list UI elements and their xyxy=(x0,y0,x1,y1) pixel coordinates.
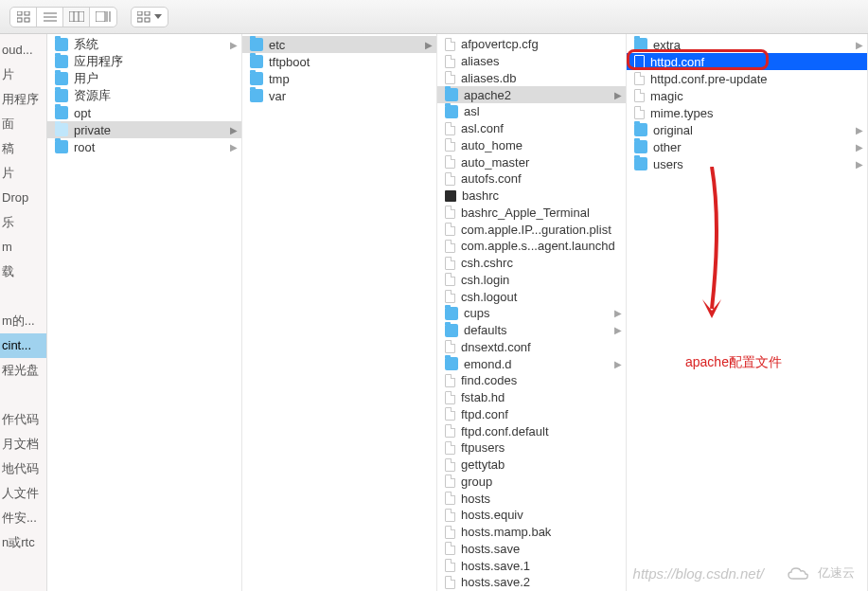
file-row[interactable]: hosts.save xyxy=(437,541,626,558)
list-view-button[interactable] xyxy=(37,8,63,27)
file-row[interactable]: gettytab xyxy=(437,457,626,474)
file-row[interactable]: mime.types xyxy=(627,104,867,121)
file-row[interactable]: group xyxy=(437,474,626,491)
file-row[interactable]: httpd.conf xyxy=(627,53,867,70)
sidebar-item[interactable]: Drop xyxy=(0,186,46,210)
file-row[interactable]: com.apple.IP...guration.plist xyxy=(437,221,626,238)
row-label: gettytab xyxy=(461,457,622,472)
row-label: bashrc_Apple_Terminal xyxy=(461,206,622,220)
sidebar-item[interactable]: 稿 xyxy=(0,136,46,161)
folder-row[interactable]: root▶ xyxy=(47,138,241,155)
arrange-dropdown[interactable] xyxy=(131,7,168,27)
row-label: auto_master xyxy=(461,155,622,170)
file-row[interactable]: aliases xyxy=(437,53,626,70)
folder-row[interactable]: defaults▶ xyxy=(437,322,626,339)
folder-row[interactable]: users▶ xyxy=(627,155,867,172)
file-row[interactable]: csh.cshrc xyxy=(437,255,626,272)
sidebar-item[interactable]: 人文件 xyxy=(0,481,46,506)
file-row[interactable]: auto_master xyxy=(437,153,626,170)
folder-row[interactable]: 应用程序 xyxy=(47,53,241,70)
sidebar-item[interactable]: 片 xyxy=(0,161,46,186)
file-row[interactable]: afpovertcp.cfg xyxy=(437,36,626,53)
sidebar-item[interactable] xyxy=(0,284,46,309)
file-row[interactable]: fstab.hd xyxy=(437,389,626,406)
file-row[interactable]: bashrc_Apple_Terminal xyxy=(437,205,626,222)
folder-row[interactable]: apache2▶ xyxy=(437,86,626,103)
svg-rect-3 xyxy=(25,18,29,22)
file-row[interactable]: bashrc xyxy=(437,188,626,205)
file-row[interactable]: dnsextd.conf xyxy=(437,339,626,356)
chevron-right-icon: ▶ xyxy=(614,90,622,100)
file-row[interactable]: csh.login xyxy=(437,272,626,289)
file-row[interactable]: asl.conf xyxy=(437,120,626,137)
folder-row[interactable]: other▶ xyxy=(627,138,867,155)
folder-row[interactable]: var xyxy=(242,87,436,104)
file-icon xyxy=(445,240,455,253)
file-row[interactable]: ftpusers xyxy=(437,439,626,457)
chevron-right-icon: ▶ xyxy=(230,142,238,152)
file-row[interactable]: auto_home xyxy=(437,137,626,154)
sidebar-item[interactable]: 月文档 xyxy=(0,432,46,457)
file-icon xyxy=(445,542,455,555)
folder-row[interactable]: etc▶ xyxy=(242,36,436,53)
sidebar-item[interactable]: cint... xyxy=(0,333,46,358)
gallery-view-button[interactable] xyxy=(90,8,116,27)
file-row[interactable]: hosts.mamp.bak xyxy=(437,524,626,541)
row-label: etc xyxy=(269,38,419,52)
file-row[interactable]: httpd.conf.pre-update xyxy=(627,70,867,87)
sidebar-item[interactable] xyxy=(0,383,46,407)
sidebar-item[interactable]: 载 xyxy=(0,260,46,284)
sidebar-item[interactable] xyxy=(0,555,46,580)
chevron-right-icon: ▶ xyxy=(856,159,863,170)
file-row[interactable]: hosts.save.2 xyxy=(437,574,626,591)
row-label: other xyxy=(653,140,850,154)
folder-row[interactable]: opt xyxy=(47,104,241,121)
folder-row[interactable]: tmp xyxy=(242,70,436,87)
file-row[interactable]: ftpd.conf xyxy=(437,406,626,423)
file-row[interactable]: com.apple.s...agent.launchd xyxy=(437,238,626,255)
row-label: com.apple.s...agent.launchd xyxy=(461,239,622,253)
row-label: 用户 xyxy=(74,70,238,87)
svg-rect-1 xyxy=(25,11,29,15)
file-row[interactable]: ftpd.conf.default xyxy=(437,422,626,439)
file-icon xyxy=(445,172,455,186)
sidebar-item[interactable]: 程光盘 xyxy=(0,358,46,383)
file-row[interactable]: hosts xyxy=(437,490,626,507)
folder-row[interactable]: 资源库 xyxy=(47,87,241,104)
folder-row[interactable]: 用户 xyxy=(47,70,241,87)
row-label: hosts xyxy=(461,492,622,506)
file-row[interactable]: magic xyxy=(627,87,867,104)
folder-row[interactable]: private▶ xyxy=(47,121,241,138)
folder-row[interactable]: original▶ xyxy=(627,121,867,138)
folder-row[interactable]: asl xyxy=(437,103,626,120)
folder-row[interactable]: 系统▶ xyxy=(47,36,241,53)
sidebar-item[interactable]: 件安... xyxy=(0,506,46,530)
file-row[interactable]: hosts.save.1 xyxy=(437,557,626,574)
folder-row[interactable]: cups▶ xyxy=(437,305,626,322)
icon-view-button[interactable] xyxy=(10,8,37,27)
sidebar-item[interactable]: 面 xyxy=(0,112,46,136)
sidebar-item[interactable]: 地代码 xyxy=(0,457,46,481)
sidebar-item[interactable]: m xyxy=(0,235,46,260)
file-row[interactable]: csh.logout xyxy=(437,288,626,305)
sidebar-item[interactable]: n或rtc xyxy=(0,530,46,555)
sidebar-item[interactable]: 用程序 xyxy=(0,87,46,112)
folder-row[interactable]: extra▶ xyxy=(627,36,867,53)
file-icon xyxy=(634,72,645,85)
file-row[interactable]: aliases.db xyxy=(437,70,626,87)
folder-row[interactable]: tftpboot xyxy=(242,53,436,70)
folder-row[interactable]: emond.d▶ xyxy=(437,355,626,372)
folder-icon xyxy=(250,89,263,102)
file-row[interactable]: find.codes xyxy=(437,372,626,389)
svg-rect-7 xyxy=(69,11,84,22)
column-view-button[interactable] xyxy=(63,8,90,27)
sidebar-item[interactable]: 片 xyxy=(0,63,46,87)
sidebar-item[interactable]: 乐 xyxy=(0,210,46,235)
sidebar-item[interactable]: m的... xyxy=(0,309,46,333)
sidebar-item[interactable]: 作代码 xyxy=(0,407,46,432)
row-label: csh.login xyxy=(461,273,622,287)
file-icon xyxy=(634,106,645,119)
sidebar-item[interactable]: oud... xyxy=(0,38,46,63)
file-row[interactable]: hosts.equiv xyxy=(437,507,626,524)
file-row[interactable]: autofs.conf xyxy=(437,170,626,188)
